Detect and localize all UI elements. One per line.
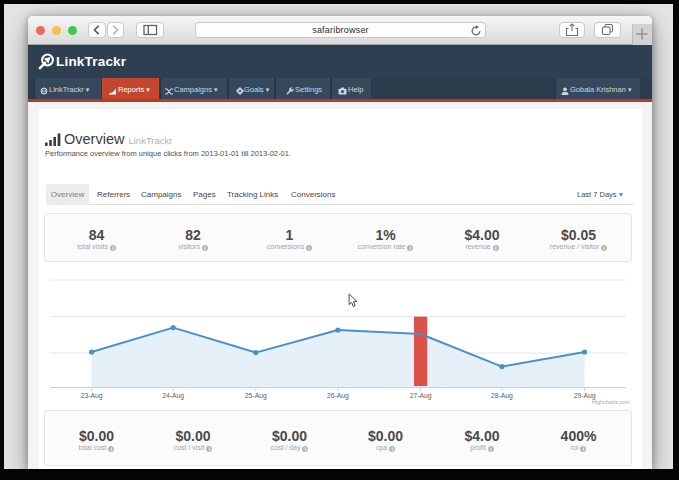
svg-text:23-Aug: 23-Aug bbox=[81, 392, 103, 400]
svg-text:24-Aug: 24-Aug bbox=[162, 392, 184, 400]
svg-text:27-Aug: 27-Aug bbox=[410, 392, 432, 400]
svg-text:Highcharts.com: Highcharts.com bbox=[592, 399, 631, 405]
svg-text:26-Aug: 26-Aug bbox=[327, 392, 349, 400]
svg-text:28-Aug: 28-Aug bbox=[491, 392, 513, 400]
svg-text:25-Aug: 25-Aug bbox=[245, 392, 267, 400]
